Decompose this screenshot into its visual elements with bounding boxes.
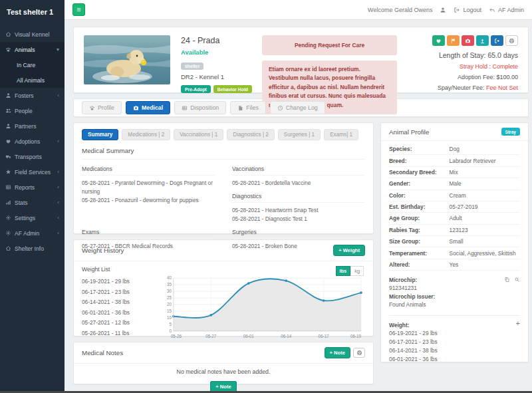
flag-icon <box>450 38 456 44</box>
sidebar-item-field-services[interactable]: Field Services ‹ <box>0 164 65 180</box>
hamburger-icon: ≡ <box>76 6 80 13</box>
chevron-left-icon: ‹ <box>57 139 59 144</box>
copy-icon[interactable] <box>504 277 510 283</box>
medications-group: Medications 05-28-2021 - Pyrantel Deworm… <box>82 166 215 205</box>
medical-notes-title: Medical Notes <box>82 349 123 356</box>
tab-disposition[interactable]: Disposition <box>174 101 226 114</box>
profile-row: Color:Cream <box>389 190 520 201</box>
subtab-medications[interactable]: Medications | 2 <box>122 129 170 140</box>
medical-subtabs: Summary Medications | 2 Vaccinations | 1… <box>82 129 365 140</box>
sidebar-item-transports[interactable]: Transports <box>0 149 65 164</box>
sidebar-item-adoptions[interactable]: Adoptions ‹ <box>0 134 65 149</box>
gear-icon <box>5 215 11 221</box>
vaccinations-group: Vaccinations 05-28-2021 - Bordetella Vac… <box>232 166 365 188</box>
sidebar-item-visual-kennel[interactable]: Visual Kennel <box>0 27 65 42</box>
flag-button[interactable] <box>447 35 460 46</box>
add-weight-button[interactable]: + Weight <box>333 245 365 256</box>
origin-badge: shelter <box>181 63 203 70</box>
unit-lbs-button[interactable]: lbs <box>336 266 351 276</box>
subtab-surgeries[interactable]: Surgeries | 1 <box>278 129 321 140</box>
users-icon <box>5 108 11 114</box>
tab-files[interactable]: Files <box>230 101 266 114</box>
sidebar-item-reports[interactable]: Reports ‹ <box>0 180 65 195</box>
profile-row: Size Group:Small <box>389 236 520 247</box>
svg-text:30: 30 <box>167 289 172 293</box>
animal-profile-header: Animal Profile Stray <box>381 123 528 141</box>
animal-badges: Pre-Adopt Behavior Hold <box>181 85 251 93</box>
sidebar-item-fosters[interactable]: Fosters ‹ <box>0 88 65 103</box>
upload-button[interactable] <box>476 35 489 46</box>
profile-row: Est. Birthday:05-27-2019 <box>389 201 520 213</box>
sidebar-item-people[interactable]: People <box>0 103 65 118</box>
animal-profile-body: Species:Dog Breed:Labrador Retriever Sec… <box>381 141 528 362</box>
sidebar-item-af-admin[interactable]: AF Admin ‹ <box>0 225 65 241</box>
svg-text:05-27: 05-27 <box>205 334 216 338</box>
sidebar-item-shelter-info[interactable]: Shelter Info <box>0 241 65 256</box>
grid-icon <box>182 105 188 111</box>
medical-summary-right-col: Vaccinations 05-28-2021 - Bordetella Vac… <box>232 166 365 255</box>
svg-text:10: 10 <box>167 315 172 320</box>
add-note-button[interactable]: + Note <box>325 347 350 358</box>
tab-profile[interactable]: Profile <box>82 101 122 114</box>
sidebar-group-animals: Animals ▾ In Care All Animals <box>0 42 65 88</box>
paw-icon <box>5 47 11 53</box>
sidebar-item-in-care[interactable]: In Care <box>0 57 65 72</box>
animal-status: Available <box>181 49 251 56</box>
chevron-left-icon: ‹ <box>57 185 59 190</box>
behavior-hold-badge[interactable]: Behavior Hold <box>213 85 252 93</box>
pending-request-alert: Pending Request For Care <box>262 35 397 55</box>
medical-notes-header: Medical Notes + Note <box>74 342 373 364</box>
weight-list: Weight List 06-19-2021 - 29 lbs 06-17-20… <box>82 266 154 340</box>
logout-link[interactable]: Logout <box>454 7 481 13</box>
dog-photo-illustration <box>84 35 170 84</box>
svg-text:06-01: 06-01 <box>243 334 254 338</box>
gear-icon <box>5 230 11 236</box>
print-icon <box>509 38 515 44</box>
animal-name: 24 - Prada <box>181 36 251 45</box>
subtab-diagnostics[interactable]: Diagnostics | 2 <box>227 129 275 140</box>
empty-notes-message: No medical notes have been added. <box>80 368 366 375</box>
subtab-vaccinations[interactable]: Vaccinations | 1 <box>174 129 223 140</box>
af-admin-link[interactable]: AF Admin <box>489 7 524 13</box>
animal-header-card: 24 - Prada Available shelter DR2 - Kenne… <box>73 27 529 93</box>
table-icon <box>5 184 11 190</box>
spay-neuter-fee: Spay/Neuter Fee: Fee Not Set <box>414 84 518 91</box>
user-icon <box>5 92 11 98</box>
print-notes-button[interactable] <box>353 348 365 358</box>
animal-photo[interactable] <box>84 35 170 84</box>
microchip-issuer: Found Animals <box>389 301 520 308</box>
star-icon <box>5 169 11 175</box>
transfer-button[interactable] <box>491 35 503 46</box>
sidebar-item-stats[interactable]: Stats ‹ <box>0 195 65 210</box>
user-icon[interactable] <box>440 7 446 13</box>
weight-entry: 06-14-2021 - 38 lbs <box>389 347 520 354</box>
stray-badge[interactable]: Stray <box>501 128 521 136</box>
sidebar-item-animals[interactable]: Animals ▾ <box>0 42 65 57</box>
home-icon <box>5 31 11 37</box>
print-button[interactable] <box>505 35 518 46</box>
photo-button[interactable] <box>462 35 474 46</box>
weight-chart-container: lbs kg 051015202530354005-2605-2706-0106… <box>160 266 365 340</box>
svg-text:06-14: 06-14 <box>281 334 291 338</box>
svg-text:25: 25 <box>167 295 172 300</box>
pre-adopt-badge[interactable]: Pre-Adopt <box>181 85 211 93</box>
search-icon[interactable] <box>514 277 520 283</box>
weight-label: Weight: <box>389 322 520 328</box>
favorite-button[interactable] <box>432 35 445 46</box>
shelter-title: Test shelter 1 <box>0 0 65 27</box>
sidebar-item-all-animals[interactable]: All Animals <box>0 72 65 88</box>
chevron-left-icon: ‹ <box>57 170 59 175</box>
svg-text:06-17: 06-17 <box>319 334 329 338</box>
tab-change-log[interactable]: Change Log <box>270 101 325 114</box>
add-weight-plus-button[interactable]: + <box>516 320 520 327</box>
chevron-left-icon: ‹ <box>57 200 59 205</box>
sidebar-item-settings[interactable]: Settings ‹ <box>0 210 65 225</box>
signout-icon <box>454 7 460 13</box>
unit-kg-button[interactable]: kg <box>350 266 364 276</box>
subtab-summary[interactable]: Summary <box>82 129 118 140</box>
subtab-exams[interactable]: Exams| 1 <box>324 129 358 140</box>
signout-icon <box>494 38 500 44</box>
sidebar-item-partners[interactable]: Partners <box>0 118 65 134</box>
menu-toggle-button[interactable]: ≡ <box>72 3 85 16</box>
tab-medical[interactable]: Medical <box>126 101 170 114</box>
